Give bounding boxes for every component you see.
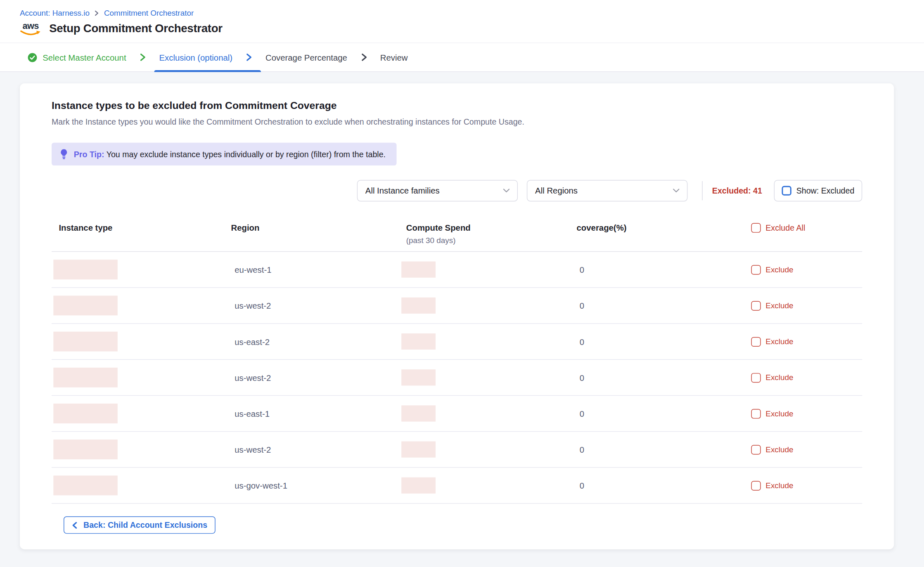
exclude-checkbox[interactable] — [751, 265, 761, 274]
exclude-checkbox[interactable] — [751, 409, 761, 418]
region-value: us-east-1 — [231, 409, 270, 418]
show-excluded-checkbox[interactable] — [782, 186, 791, 195]
coverage-value: 0 — [577, 265, 585, 274]
redacted-instance-type — [53, 368, 117, 387]
redacted-instance-type — [53, 260, 117, 279]
col-compute-spend: Compute Spend (past 30 days) — [401, 223, 576, 245]
redacted-instance-type — [53, 439, 117, 459]
excluded-count: Excluded: 41 — [712, 186, 762, 195]
coverage-value: 0 — [577, 481, 585, 490]
step-label[interactable]: Coverage Percentage — [265, 51, 347, 63]
breadcrumb-account-link[interactable]: Account: Harness.io — [20, 8, 90, 17]
redacted-compute-spend — [401, 405, 436, 421]
step-review[interactable]: Review — [380, 51, 408, 63]
redacted-compute-spend — [401, 442, 436, 458]
pro-tip-banner: Pro Tip: You may exclude instance types … — [52, 143, 396, 165]
exclude-label[interactable]: Exclude — [765, 373, 793, 382]
chevron-right-icon — [359, 53, 368, 62]
breadcrumb-page-link[interactable]: Commitment Orchestrator — [104, 8, 194, 17]
exclude-label[interactable]: Exclude — [765, 409, 793, 418]
chevron-down-icon — [503, 188, 510, 193]
redacted-instance-type — [53, 332, 117, 352]
redacted-compute-spend — [401, 477, 436, 494]
exclude-checkbox[interactable] — [751, 301, 761, 310]
table-row: us-west-2 0 Exclude — [52, 288, 862, 324]
step-exclusion-optional[interactable]: Exclusion (optional) — [159, 51, 233, 63]
lightbulb-icon — [60, 149, 68, 159]
region-value: us-west-2 — [231, 373, 271, 382]
col-exclude-all: Exclude All — [751, 223, 862, 233]
exclude-label[interactable]: Exclude — [765, 481, 793, 490]
exclude-label[interactable]: Exclude — [765, 301, 793, 310]
stepper: Select Master Account Exclusion (optiona… — [0, 43, 924, 72]
breadcrumb: Account: Harness.io Commitment Orchestra… — [0, 0, 924, 17]
region-value: eu-west-1 — [231, 265, 271, 274]
exclusions-panel: Instance types to be excluded from Commi… — [20, 83, 894, 549]
check-circle-icon — [28, 52, 37, 62]
redacted-compute-spend — [401, 333, 436, 350]
page: Account: Harness.io Commitment Orchestra… — [0, 0, 924, 567]
col-region: Region — [231, 223, 401, 233]
exclude-label[interactable]: Exclude — [765, 337, 793, 346]
redacted-instance-type — [53, 475, 117, 495]
exclude-checkbox[interactable] — [751, 337, 761, 346]
coverage-value: 0 — [577, 301, 585, 310]
show-excluded-toggle[interactable]: Show: Excluded — [774, 180, 862, 201]
panel-title: Instance types to be excluded from Commi… — [52, 100, 882, 112]
instance-families-value: All Instance families — [365, 186, 440, 195]
step-label[interactable]: Exclusion (optional) — [159, 51, 233, 63]
coverage-value: 0 — [577, 373, 585, 382]
col-compute-spend-note: (past 30 days) — [406, 236, 577, 245]
filter-divider — [702, 181, 702, 201]
page-title: Setup Commitment Orchestrator — [49, 22, 223, 35]
exclude-all-label[interactable]: Exclude All — [765, 223, 805, 232]
region-value: us-west-2 — [231, 445, 271, 454]
col-instance-type: Instance type — [52, 223, 231, 233]
top-bar: Account: Harness.io Commitment Orchestra… — [0, 0, 924, 72]
back-button-label: Back: Child Account Exclusions — [83, 520, 207, 529]
exclude-label[interactable]: Exclude — [765, 445, 793, 454]
step-select-master-account[interactable]: Select Master Account — [28, 51, 126, 63]
instance-types-table: Instance type Region Compute Spend (past… — [52, 216, 862, 504]
coverage-value: 0 — [577, 409, 585, 418]
region-value: us-gov-west-1 — [231, 481, 287, 490]
chevron-right-icon — [94, 10, 100, 16]
regions-select[interactable]: All Regions — [527, 180, 687, 201]
chevron-down-icon — [673, 188, 680, 193]
redacted-instance-type — [53, 404, 117, 423]
redacted-compute-spend — [401, 298, 436, 314]
exclude-label[interactable]: Exclude — [765, 265, 793, 274]
regions-value: All Regions — [535, 186, 578, 195]
table-row: us-west-2 0 Exclude — [52, 360, 862, 396]
table-row: us-west-2 0 Exclude — [52, 432, 862, 468]
redacted-compute-spend — [401, 369, 436, 385]
redacted-compute-spend — [401, 262, 436, 278]
chevron-left-icon — [71, 522, 78, 529]
table-row: eu-west-1 0 Exclude — [52, 252, 862, 288]
step-label[interactable]: Select Master Account — [43, 51, 126, 63]
col-coverage: coverage(%) — [577, 223, 751, 233]
step-label[interactable]: Review — [380, 51, 408, 63]
table-row: us-gov-west-1 0 Exclude — [52, 468, 862, 503]
exclude-checkbox[interactable] — [751, 373, 761, 382]
table-row: us-east-2 0 Exclude — [52, 324, 862, 360]
show-excluded-label: Show: Excluded — [796, 186, 855, 195]
aws-logo-icon: aws — [20, 21, 41, 36]
exclude-all-checkbox[interactable] — [751, 223, 761, 233]
region-value: us-east-2 — [231, 337, 270, 346]
panel-subtitle: Mark the Instance types you would like t… — [52, 118, 882, 127]
step-coverage-percentage[interactable]: Coverage Percentage — [265, 51, 347, 63]
exclude-checkbox[interactable] — [751, 481, 761, 490]
redacted-instance-type — [53, 295, 117, 315]
table-row: us-east-1 0 Exclude — [52, 396, 862, 432]
exclude-checkbox[interactable] — [751, 445, 761, 454]
chevron-right-icon — [138, 53, 147, 62]
coverage-value: 0 — [577, 337, 585, 346]
title-row: aws Setup Commitment Orchestrator — [0, 17, 924, 43]
filter-bar: All Instance families All Regions Exclud… — [52, 180, 862, 201]
coverage-value: 0 — [577, 445, 585, 454]
table-header: Instance type Region Compute Spend (past… — [52, 216, 862, 252]
region-value: us-west-2 — [231, 301, 271, 310]
instance-families-select[interactable]: All Instance families — [357, 180, 518, 201]
back-button[interactable]: Back: Child Account Exclusions — [64, 516, 215, 534]
